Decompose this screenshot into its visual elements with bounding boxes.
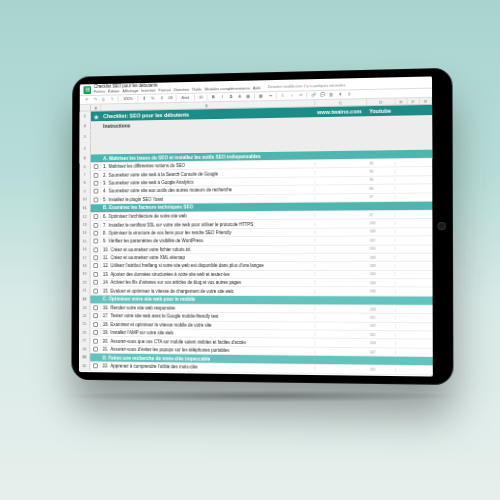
row-number[interactable]: 17 [79,254,90,261]
checkbox[interactable] [93,231,98,236]
checkbox[interactable] [93,280,98,285]
row-number[interactable]: 20 [79,279,90,286]
menu-help[interactable]: Aide [253,87,261,91]
font-size-dropdown[interactable]: 10 [198,94,204,100]
checklist-item[interactable]: 9. Vérifiez les paramètres de visibilité… [101,238,315,244]
font-dropdown[interactable]: Arial [180,95,192,101]
checklist-item[interactable]: 1. Maîtrisez les différentes notions du … [101,162,315,170]
cell-d[interactable]: 97 [367,195,395,199]
row-number[interactable]: 5 [80,154,91,162]
bold-icon[interactable]: B [211,94,217,100]
comment-icon[interactable]: 💬 [319,92,325,98]
cell-d[interactable]: 103 [367,230,395,234]
checkbox-cell[interactable] [91,231,101,236]
checkbox-cell[interactable] [90,364,100,369]
checkbox-cell[interactable] [91,173,101,178]
checkbox-cell[interactable] [90,322,100,327]
currency-icon[interactable]: $ [141,96,147,102]
strike-icon[interactable]: S̶ [228,94,234,100]
instructions-body-cell[interactable] [101,145,315,148]
checkbox[interactable] [93,338,98,343]
checklist-item[interactable]: 3. Soumettez votre site web à Google Ana… [101,178,315,185]
menu-view[interactable]: Affichage [122,89,138,93]
cell-c[interactable] [315,132,367,133]
row-number[interactable]: 30 [79,362,90,369]
cell-c[interactable] [315,155,367,156]
checkbox[interactable] [93,239,98,244]
cell-d[interactable]: 106 [368,289,396,293]
checkbox[interactable] [93,314,98,319]
checklist-item[interactable]: 16. Rendez votre site web responsive [101,305,316,311]
cell-d[interactable]: 102 [367,238,395,242]
cell-d[interactable]: 102 [368,324,396,328]
row-number[interactable]: 23 [79,304,90,311]
valign-icon[interactable]: ↕ [289,93,295,99]
checklist-item[interactable]: 8. Optimisez la structure de vos liens p… [101,230,315,236]
grid-body[interactable]: 1★Checklist: SEO pour les débutantswww.t… [79,105,433,377]
cell-d[interactable]: 103 [367,221,395,225]
functions-icon[interactable]: Σ [346,91,352,97]
checkbox-cell[interactable] [91,181,101,186]
row-number[interactable]: 16 [79,246,90,253]
link-icon[interactable]: 🔗 [310,92,316,98]
checklist-item[interactable]: 21. Assurez-vous d'éviter les popups sur… [101,347,316,354]
checklist-item[interactable]: 13. Ajoutez des données structurées à vo… [101,272,315,277]
menu-file[interactable]: Fichier [94,90,105,94]
checklist-item[interactable]: 2. Soumettez votre site web à la Search … [101,170,315,177]
checklist-item[interactable]: 14. Activez les fils d'arianes sur vos a… [101,280,315,285]
checklist-item[interactable]: 11. Créez et soumettez votre XML sitemap [101,255,315,260]
row-number[interactable]: 9 [79,188,90,195]
row-number[interactable]: 15 [79,238,90,245]
cell-d[interactable]: 103 [367,255,395,259]
filter-icon[interactable]: ▼ [337,92,343,98]
checkbox[interactable] [93,247,98,252]
cell-c[interactable] [315,121,367,122]
checklist-item[interactable]: 7. Installez le certificat SSL sur votre… [101,221,315,227]
row-number[interactable]: 4 [80,143,91,154]
checkbox[interactable] [93,189,98,194]
cell-d[interactable]: 103 [368,341,396,345]
borders-icon[interactable]: ▦ [258,93,264,99]
checkbox-cell[interactable] [90,314,100,319]
row-number[interactable]: 21 [79,287,90,294]
section-title[interactable]: A. Maîtrisez les bases du SEO et install… [101,153,315,161]
row-number[interactable]: 22 [79,295,90,303]
row-number[interactable]: 12 [79,213,90,220]
checkbox[interactable] [93,364,98,369]
print-icon[interactable]: ⎙ [100,97,106,103]
checkbox-cell[interactable] [91,272,101,277]
section-title[interactable]: B. Examinez les facteurs techniques SEO [101,204,315,211]
cell-d[interactable]: 96 [367,187,395,191]
checklist-item[interactable]: 18. Examinez et optimisez la vitesse mob… [101,322,316,328]
menu-tools[interactable]: Outils [192,88,202,92]
col-head-d[interactable]: D [367,99,395,106]
checkbox-cell[interactable] [91,164,101,169]
checkbox[interactable] [93,264,98,269]
cell-c[interactable]: www.twaino.com [315,108,367,115]
menu-insert[interactable]: Insertion [141,89,156,93]
row-number[interactable]: 19 [79,271,90,278]
percent-icon[interactable]: % [150,96,156,102]
checkbox-cell[interactable] [91,255,101,260]
col-head-a[interactable]: A [91,104,101,110]
checkbox[interactable] [93,272,98,277]
cell-d[interactable]: 101 [368,367,396,371]
checkbox[interactable] [93,305,98,310]
cell-c[interactable] [315,369,367,370]
cell-d[interactable]: 104 [367,247,395,251]
row-number[interactable]: 6 [80,163,91,170]
row-number[interactable]: 7 [80,171,91,178]
row-number[interactable]: 3 [80,131,91,142]
instructions-body-cell[interactable] [101,133,315,137]
checkbox[interactable] [93,222,98,227]
align-icon[interactable]: ≡ [280,93,286,99]
col-head-c[interactable]: C [315,99,367,106]
section-title[interactable]: D. Faites une recherche de mots-clés imp… [101,355,316,362]
section-title[interactable]: C. Optimisez votre site web pour le mobi… [101,297,316,303]
checkbox-cell[interactable] [91,189,101,194]
row-number[interactable]: 10 [79,196,90,203]
header-icon-cell[interactable]: ★ [91,113,101,120]
decrease-decimal-icon[interactable]: .0 [159,95,165,101]
zoom-dropdown[interactable]: 100% [121,96,135,102]
cell-d[interactable] [367,121,395,122]
